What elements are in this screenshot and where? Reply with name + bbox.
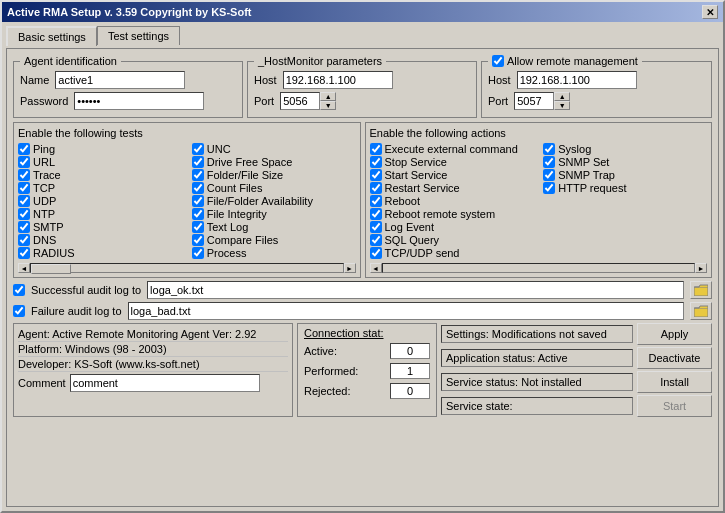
test-drivespace-cb[interactable]	[192, 156, 204, 168]
success-log-cb[interactable]	[13, 284, 25, 296]
action-reboot: Reboot	[370, 195, 534, 207]
test-dns-cb[interactable]	[18, 234, 30, 246]
hostmon-host-label: Host	[254, 74, 277, 86]
test-process-cb[interactable]	[192, 247, 204, 259]
action-rebootremote: Reboot remote system	[370, 208, 534, 220]
platform-info-row: Platform: Windows (98 - 2003)	[18, 342, 288, 357]
success-log-browse[interactable]	[690, 281, 712, 299]
action-restartservice: Restart Service	[370, 182, 534, 194]
title-bar: Active RMA Setup v. 3.59 Copyright by KS…	[2, 2, 723, 22]
failure-log-input[interactable]	[128, 302, 685, 320]
close-button[interactable]: ✕	[702, 5, 718, 19]
hostmon-host-input[interactable]	[283, 71, 393, 89]
remote-port-down[interactable]: ▼	[554, 101, 570, 110]
remote-port-row: Port ▲ ▼	[488, 92, 705, 110]
action-snmpset-cb[interactable]	[543, 156, 555, 168]
password-label: Password	[20, 95, 68, 107]
scroll-track[interactable]	[30, 263, 344, 273]
tab-test-settings[interactable]: Test settings	[97, 26, 180, 45]
test-trace-cb[interactable]	[18, 169, 30, 181]
actions-scrollbar[interactable]: ◄ ►	[370, 263, 708, 273]
remote-port-up[interactable]: ▲	[554, 92, 570, 101]
test-fileintegrity: File Integrity	[192, 208, 356, 220]
tab-content-basic: Agent identification Name Password _Host…	[6, 48, 719, 507]
service-status-text: Service status: Not installed	[441, 373, 633, 391]
tab-basic-settings[interactable]: Basic settings	[6, 26, 97, 46]
service-status-row: Service status: Not installed Install	[441, 371, 712, 393]
test-foldersize-cb[interactable]	[192, 169, 204, 181]
test-ping-cb[interactable]	[18, 143, 30, 155]
action-startservice-cb[interactable]	[370, 169, 382, 181]
test-fileintegrity-cb[interactable]	[192, 208, 204, 220]
actions-scroll-right[interactable]: ►	[695, 263, 707, 273]
action-syslog: Syslog	[543, 143, 707, 155]
test-udp-cb[interactable]	[18, 195, 30, 207]
action-tcpudpsend: TCP/UDP send	[370, 247, 534, 259]
install-button[interactable]: Install	[637, 371, 712, 393]
action-reboot-cb[interactable]	[370, 195, 382, 207]
action-startservice-label: Start Service	[385, 169, 448, 181]
success-log-input[interactable]	[147, 281, 684, 299]
actions-scroll-track[interactable]	[382, 263, 696, 273]
test-url-cb[interactable]	[18, 156, 30, 168]
test-filefolder-cb[interactable]	[192, 195, 204, 207]
action-httprequest-cb[interactable]	[543, 182, 555, 194]
test-comparefiles-cb[interactable]	[192, 234, 204, 246]
start-button[interactable]: Start	[637, 395, 712, 417]
hostmon-port-up[interactable]: ▲	[320, 92, 336, 101]
info-panel: Agent: Active Remote Monitoring Agent Ve…	[13, 323, 293, 417]
test-countfiles-cb[interactable]	[192, 182, 204, 194]
test-tcp-cb[interactable]	[18, 182, 30, 194]
actions-title: Enable the following actions	[370, 127, 708, 139]
test-ntp-label: NTP	[33, 208, 55, 220]
log-section: Successful audit log to Failure audit lo…	[13, 281, 712, 320]
remote-host-input[interactable]	[517, 71, 637, 89]
action-snmptrap-label: SNMP Trap	[558, 169, 615, 181]
action-tcpudpsend-cb[interactable]	[370, 247, 382, 259]
apply-button[interactable]: Apply	[637, 323, 712, 345]
app-status-text: Application status: Active	[441, 349, 633, 367]
success-log-label: Successful audit log to	[31, 284, 141, 296]
svg-rect-1	[694, 308, 708, 317]
test-process-label: Process	[207, 247, 247, 259]
failure-log-row: Failure audit log to	[13, 302, 712, 320]
action-execexternal-cb[interactable]	[370, 143, 382, 155]
action-restartservice-cb[interactable]	[370, 182, 382, 194]
test-smtp-cb[interactable]	[18, 221, 30, 233]
remote-checkbox[interactable]	[492, 55, 504, 67]
test-tcp: TCP	[18, 182, 182, 194]
test-url-label: URL	[33, 156, 55, 168]
password-input[interactable]	[74, 92, 204, 110]
action-rebootremote-cb[interactable]	[370, 208, 382, 220]
test-trace: Trace	[18, 169, 182, 181]
test-textlog-cb[interactable]	[192, 221, 204, 233]
deactivate-button[interactable]: Deactivate	[637, 347, 712, 369]
scroll-thumb[interactable]	[31, 264, 71, 274]
name-input[interactable]	[55, 71, 185, 89]
agent-legend: Agent identification	[20, 55, 121, 67]
tests-box: Enable the following tests Ping UNC U	[13, 122, 361, 278]
tests-scrollbar[interactable]: ◄ ►	[18, 263, 356, 273]
action-syslog-cb[interactable]	[543, 143, 555, 155]
action-snmptrap-cb[interactable]	[543, 169, 555, 181]
action-httprequest-label: HTTP request	[558, 182, 626, 194]
comment-input[interactable]	[70, 374, 260, 392]
remote-port-input[interactable]	[514, 92, 554, 110]
test-radius-cb[interactable]	[18, 247, 30, 259]
test-dns: DNS	[18, 234, 182, 246]
action-stopservice-cb[interactable]	[370, 156, 382, 168]
hostmon-port-input[interactable]	[280, 92, 320, 110]
action-rebootremote-label: Reboot remote system	[385, 208, 496, 220]
scroll-right[interactable]: ►	[344, 263, 356, 273]
failure-log-browse[interactable]	[690, 302, 712, 320]
failure-log-cb[interactable]	[13, 305, 25, 317]
test-ntp-cb[interactable]	[18, 208, 30, 220]
action-syslog-label: Syslog	[558, 143, 591, 155]
action-logevent-cb[interactable]	[370, 221, 382, 233]
hostmon-port-down[interactable]: ▼	[320, 101, 336, 110]
actions-scroll-left[interactable]: ◄	[370, 263, 382, 273]
test-unc-cb[interactable]	[192, 143, 204, 155]
action-sqlquery-cb[interactable]	[370, 234, 382, 246]
scroll-left[interactable]: ◄	[18, 263, 30, 273]
action-execexternal: Execute external command	[370, 143, 534, 155]
